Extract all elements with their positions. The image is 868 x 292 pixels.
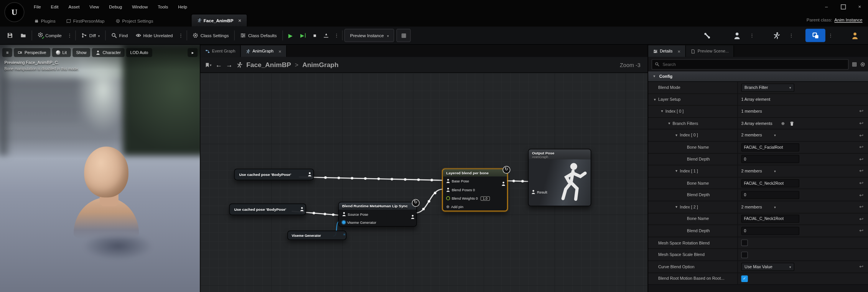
menu-tools[interactable]: Tools (153, 0, 173, 13)
menu-edit[interactable]: Edit (46, 0, 64, 13)
blend-depth-input[interactable] (741, 155, 799, 164)
pose-output-pin[interactable] (411, 211, 415, 221)
reset-to-default-button[interactable]: ↩ (854, 213, 868, 225)
menu-file[interactable]: File (29, 0, 46, 13)
perspective-dropdown[interactable]: Perspective (14, 48, 50, 57)
element-options-dropdown[interactable]: ▾ (774, 133, 776, 137)
close-icon[interactable]: × (238, 18, 241, 23)
tab-face-animbp[interactable]: Face_AnimBP × (191, 14, 247, 26)
tab-plugins[interactable]: Plugins (29, 15, 61, 26)
graph-canvas[interactable]: Use cached pose 'BodyPose' Use cached po… (200, 73, 648, 292)
close-icon[interactable]: × (278, 48, 282, 54)
category-config[interactable]: ▼ Config (648, 71, 868, 82)
character-dropdown[interactable]: Character (92, 48, 125, 57)
reset-to-default-button[interactable]: ↩ (854, 154, 868, 165)
pin-base-pose[interactable]: Base Pose (443, 176, 507, 185)
blueprint-editor-button[interactable] (805, 29, 825, 42)
bone-name-input[interactable] (741, 179, 799, 187)
hide-unrelated-options-button[interactable]: ⋮ (177, 33, 185, 38)
checkbox[interactable] (741, 240, 748, 246)
play-button[interactable]: ▶ (285, 29, 296, 41)
node-output-pose[interactable]: Output Pose AnimGraph Result (528, 149, 591, 206)
reset-to-default-button[interactable]: ↩ (854, 177, 868, 189)
show-dropdown[interactable]: Show (72, 48, 90, 57)
menu-help[interactable]: Help (173, 0, 192, 13)
blend-weight-value[interactable]: 1.0 (481, 196, 490, 201)
mesh-editor-button[interactable] (727, 29, 747, 42)
breadcrumb-root[interactable]: Face_AnimBP (246, 61, 291, 69)
breadcrumb-current[interactable]: AnimGraph (302, 61, 338, 69)
bone-name-input[interactable] (741, 143, 799, 151)
search-box[interactable] (652, 59, 849, 69)
reset-to-default-button[interactable]: ↩ (854, 141, 868, 153)
tab-animgraph[interactable]: AnimGraph × (241, 45, 287, 57)
reset-to-default-button[interactable]: ↩ (854, 106, 868, 117)
expander-arrow-icon[interactable]: ▼ (653, 98, 657, 101)
viewport-menu-button[interactable]: ≡ (2, 48, 13, 57)
parent-class-link[interactable]: Anim Instance (834, 17, 862, 22)
expander-arrow-icon[interactable]: ▼ (674, 169, 679, 173)
element-options-dropdown[interactable]: ▾ (774, 169, 776, 173)
class-defaults-button[interactable]: Class Defaults (237, 29, 281, 41)
expander-arrow-icon[interactable]: ▼ (667, 122, 672, 125)
bone-name-input[interactable] (741, 215, 799, 223)
blend-depth-input[interactable] (741, 191, 799, 199)
forward-button[interactable]: → (226, 61, 232, 69)
pose-output-pin[interactable] (502, 178, 506, 188)
lod-dropdown[interactable]: LOD Auto (126, 48, 152, 57)
node-use-cached-pose-2[interactable]: Use cached pose 'BodyPose' (229, 203, 306, 215)
animation-editor-button[interactable] (766, 29, 786, 42)
bookmarks-button[interactable]: ▾ (205, 62, 211, 67)
find-button[interactable]: Find (107, 29, 132, 41)
blend-mode-dropdown[interactable]: Branch Filter▾ (741, 84, 794, 92)
hide-unrelated-button[interactable]: Hide Unrelated (132, 29, 176, 41)
checkbox[interactable] (741, 251, 748, 258)
mesh-options-button[interactable]: ⋮ (748, 33, 756, 38)
curve-blend-option-dropdown[interactable]: Use Max Value▾ (741, 262, 794, 271)
tab-project-settings[interactable]: Project Settings (110, 15, 159, 26)
search-input[interactable] (662, 61, 845, 67)
eject-button[interactable]: ▲ (320, 29, 333, 41)
diff-button[interactable]: Diff ▾ (78, 29, 104, 41)
pin-viseme-generator[interactable]: Viseme Generator (339, 218, 416, 226)
compile-button[interactable]: ✓ Compile (34, 29, 66, 41)
checkbox[interactable] (741, 275, 748, 282)
pose-output-pin[interactable] (308, 172, 311, 177)
tab-details[interactable]: Details × (648, 45, 686, 57)
debug-filter-button[interactable] (397, 29, 411, 42)
add-pin-button[interactable]: ⊕ Add pin (443, 202, 507, 211)
step-frame-button[interactable]: ▶ (296, 29, 310, 41)
node-layered-blend-per-bone[interactable]: Layered blend per bone Base Pose Blend P… (442, 169, 507, 211)
tab-event-graph[interactable]: Event Graph (200, 45, 241, 57)
expander-arrow-icon[interactable]: ▼ (652, 75, 657, 78)
reset-to-default-button[interactable]: ↩ (854, 166, 868, 177)
debug-button[interactable] (845, 29, 865, 42)
preview-viewport[interactable]: ≡ Perspective Lit Show Character LOD Aut… (0, 45, 200, 292)
browse-button[interactable] (16, 29, 30, 41)
class-settings-button[interactable]: Class Settings (189, 29, 232, 41)
reset-to-default-button[interactable]: ↩ (854, 261, 868, 272)
settings-button[interactable] (860, 62, 865, 67)
pin-blend-weights-0[interactable]: Blend Weights 0 1.0 (443, 194, 507, 203)
unreal-logo-icon[interactable]: U (5, 2, 25, 22)
node-blend-runtime-metahuman-lipsync[interactable]: Blend Runtime MetaHuman Lip Sync Source … (338, 202, 417, 227)
reset-to-default-button[interactable]: ↩ (854, 130, 868, 141)
add-array-element-button[interactable]: ⊕ (781, 121, 785, 126)
pin-blend-poses-0[interactable]: Blend Poses 0 (443, 185, 507, 194)
display-filter-button[interactable] (852, 62, 857, 67)
trash-icon[interactable] (789, 121, 794, 126)
pose-output-pin[interactable] (300, 207, 304, 212)
reset-to-default-button[interactable]: ↩ (854, 118, 868, 129)
blend-depth-input[interactable] (741, 227, 799, 235)
save-button[interactable] (3, 29, 17, 41)
node-viseme-generator[interactable]: Viseme Generator (287, 231, 346, 240)
tab-preview-scene[interactable]: Preview Scene... (686, 45, 734, 57)
back-button[interactable]: ← (215, 61, 222, 69)
compile-options-button[interactable]: ⋮ (66, 33, 74, 38)
menu-window[interactable]: Window (127, 0, 153, 13)
expander-arrow-icon[interactable]: ▼ (660, 110, 664, 113)
blueprint-options-button[interactable]: ⋮ (827, 33, 835, 38)
pin-source-pose[interactable]: Source Pose (339, 210, 416, 218)
playback-options-button[interactable]: ⋮ (333, 33, 341, 38)
minimize-button[interactable]: – (818, 0, 835, 13)
